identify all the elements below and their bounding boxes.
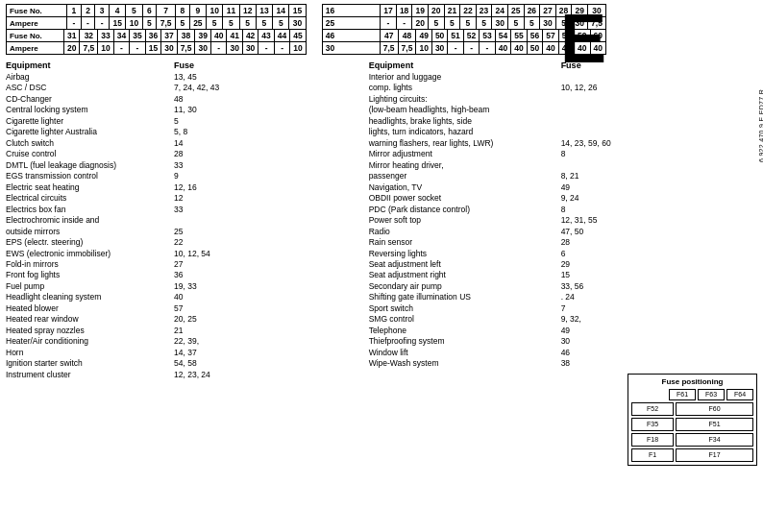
list-item: Headlight cleaning system40 <box>6 292 359 302</box>
list-item: Sport switch7 <box>369 303 757 314</box>
ampere-label: Ampere <box>7 17 67 30</box>
list-item: Clutch switch14 <box>6 138 359 149</box>
list-item: lights, turn indicators, hazard <box>369 127 757 137</box>
right-tables: 161718 192021 222324 252627 282930 25-- … <box>322 4 606 55</box>
list-item: Lighting circuits: <box>369 94 757 105</box>
fuse-diagram: Fuse positioning F61 F63 F64 F52 F60 F35 <box>628 374 757 466</box>
fuse-row-2: F52 F60 <box>631 402 753 416</box>
list-item: DMTL (fuel leakage diagnosis)33 <box>6 160 359 171</box>
list-item: PDC (Park distance control)8 <box>369 205 757 215</box>
list-item: EWS (electronic immobiliser)10, 12, 54 <box>6 249 359 259</box>
list-item-heated-spray: Heated spray nozzles21 <box>6 326 359 336</box>
list-item: Electrochromic inside and <box>6 215 359 226</box>
list-item: passenger8, 21 <box>369 171 757 181</box>
list-item: Mirror heating driver, <box>369 160 757 171</box>
list-item: Window lift46 <box>369 348 757 358</box>
right-eq-header: Equipment Fuse <box>369 60 757 70</box>
list-item: Shifting gate illumination US. 24 <box>369 292 757 302</box>
main-container: Fuse No. 123 456 789 101112 131415 Amper… <box>0 0 763 470</box>
side-text: 6 922 470.9 E ED77.R <box>758 89 763 162</box>
list-item: SMG control9, 32, <box>369 314 757 325</box>
list-item: Reversing lights6 <box>369 249 757 259</box>
tables-section: Fuse No. 123 456 789 101112 131415 Amper… <box>6 4 757 55</box>
list-item: Wipe-Wash system38 <box>369 358 757 369</box>
equipment-header-left: Equipment <box>6 60 174 70</box>
list-item: Electrical circuits12 <box>6 193 359 204</box>
fuse-box-f35: F35 <box>631 418 674 431</box>
fuse-box-f64: F64 <box>726 389 753 400</box>
right-section: Equipment Fuse Interior and luggage comp… <box>369 60 757 466</box>
list-item: ASC / DSC7, 24, 42, 43 <box>6 83 359 93</box>
list-item: Front fog lights36 <box>6 270 359 280</box>
left-tables: Fuse No. 123 456 789 101112 131415 Amper… <box>6 4 307 55</box>
content-section: Equipment Fuse Airbag13, 45 ASC / DSC7, … <box>6 60 757 466</box>
list-item: Airbag13, 45 <box>6 72 359 83</box>
list-item: Fuel pump19, 33 <box>6 281 359 292</box>
list-item: Mirror adjustment8 <box>369 149 757 159</box>
fuse-box-f61: F61 <box>669 389 696 400</box>
list-item: Seat adjustment left29 <box>369 259 757 270</box>
fuse-no-label: Fuse No. <box>7 5 67 17</box>
list-item: Heated blower57 <box>6 303 359 314</box>
equipment-header-right: Equipment <box>369 60 561 70</box>
list-item: warning flashers, rear lights, LWR)14, 2… <box>369 138 757 149</box>
left-equipment-column: Equipment Fuse Airbag13, 45 ASC / DSC7, … <box>6 60 359 466</box>
list-item: OBDII power socket9, 24 <box>369 193 757 204</box>
list-item: Thiefproofing system30 <box>369 336 757 347</box>
fuse-diagram-container: Fuse positioning F61 F63 F64 F52 F60 F35 <box>369 374 757 466</box>
list-item: Horn14, 37 <box>6 348 359 358</box>
left-equipment-list: Airbag13, 45 ASC / DSC7, 24, 42, 43 CD-C… <box>6 72 359 380</box>
left-fuse-table-1: Fuse No. 123 456 789 101112 131415 Amper… <box>6 4 307 30</box>
list-item: EGS transmission control9 <box>6 171 359 181</box>
fuse-diagram-title: Fuse positioning <box>631 377 753 386</box>
list-item: Power soft top12, 31, 55 <box>369 215 757 226</box>
list-item: Navigation, TV49 <box>369 182 757 193</box>
list-item: (low-beam headlights, high-beam <box>369 105 757 115</box>
list-item: Radio47, 50 <box>369 227 757 237</box>
ampere-label-2: Ampere <box>7 42 64 55</box>
fuse-box-f17: F17 <box>676 448 753 462</box>
fuse-box-f51: F51 <box>676 418 753 431</box>
list-item: Electric seat heating12, 16 <box>6 182 359 193</box>
list-item: Rain sensor28 <box>369 237 757 248</box>
list-item: Central locking system11, 30 <box>6 105 359 115</box>
list-item: headlights, brake lights, side <box>369 116 757 127</box>
right-equipment-list: Interior and luggage comp. lights10, 12,… <box>369 72 757 370</box>
fuse-box-f63: F63 <box>698 389 725 400</box>
left-fuse-table-2: Fuse No. 313233 343536 373839 404142 434… <box>6 29 307 55</box>
list-item: outside mirrors25 <box>6 227 359 237</box>
list-item: Secondary air pump33, 56 <box>369 281 757 292</box>
fuse-no-label-2: Fuse No. <box>7 30 64 42</box>
fuse-row-4: F18 F34 <box>631 433 753 447</box>
fuse-box-f1: F1 <box>631 448 674 462</box>
list-item: comp. lights10, 12, 26 <box>369 83 757 93</box>
list-item: CD-Changer48 <box>6 94 359 105</box>
list-item-heated-rear: Heated rear window20, 25 <box>6 314 359 325</box>
fuse-row-1: F61 F63 F64 <box>631 389 753 400</box>
list-item: Electrics box fan33 <box>6 205 359 215</box>
fuse-box-f60: F60 <box>676 402 753 416</box>
fuse-box-f18: F18 <box>631 433 674 447</box>
fuse-header-left: Fuse <box>174 60 194 70</box>
list-item: Telephone49 <box>369 326 757 336</box>
fuse-box-f52: F52 <box>631 402 674 416</box>
list-item: Interior and luggage <box>369 72 757 83</box>
left-eq-header: Equipment Fuse <box>6 60 359 70</box>
fuse-box-f34: F34 <box>676 433 753 447</box>
list-item: Seat adjustment right15 <box>369 270 757 280</box>
fuse-header-right: Fuse <box>561 60 581 70</box>
right-equipment-column: Equipment Fuse Interior and luggage comp… <box>369 60 757 370</box>
fuse-row-3: F35 F51 <box>631 418 753 431</box>
list-item: Fold-in mirrors27 <box>6 259 359 270</box>
list-item: Ignition starter switch54, 58 <box>6 358 359 369</box>
list-item: Cigarette lighter Australia5, 8 <box>6 127 359 137</box>
list-item: Heater/Air conditioning22, 39, <box>6 336 359 347</box>
list-item: Instrument cluster12, 23, 24 <box>6 370 359 380</box>
list-item: Cigarette lighter5 <box>6 116 359 127</box>
fuse-row-5: F1 F17 <box>631 448 753 462</box>
list-item: EPS (electr. steering)22 <box>6 237 359 248</box>
list-item: Cruise control28 <box>6 149 359 159</box>
